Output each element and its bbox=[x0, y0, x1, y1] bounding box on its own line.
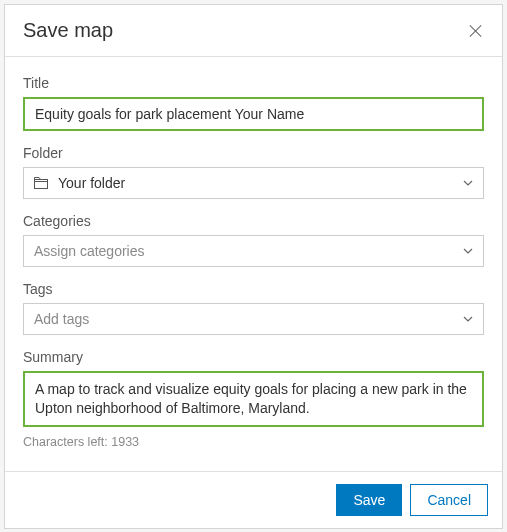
tags-placeholder: Add tags bbox=[34, 311, 463, 327]
tags-label: Tags bbox=[23, 281, 484, 297]
title-input-wrap bbox=[23, 97, 484, 131]
dialog-footer: Save Cancel bbox=[5, 471, 502, 528]
title-label: Title bbox=[23, 75, 484, 91]
dialog-title: Save map bbox=[23, 19, 113, 42]
chevron-down-icon bbox=[463, 248, 473, 254]
svg-rect-0 bbox=[35, 180, 48, 189]
categories-label: Categories bbox=[23, 213, 484, 229]
dialog-body: Title Folder Your folder Categories Assi… bbox=[5, 57, 502, 457]
categories-placeholder: Assign categories bbox=[34, 243, 463, 259]
dialog-header: Save map bbox=[5, 5, 502, 57]
tags-select[interactable]: Add tags bbox=[23, 303, 484, 335]
folder-value: Your folder bbox=[58, 175, 463, 191]
chevron-down-icon bbox=[463, 180, 473, 186]
close-icon[interactable] bbox=[468, 23, 484, 39]
chevron-down-icon bbox=[463, 316, 473, 322]
title-input[interactable] bbox=[23, 97, 484, 131]
folder-select[interactable]: Your folder bbox=[23, 167, 484, 199]
folder-label: Folder bbox=[23, 145, 484, 161]
summary-hint: Characters left: 1933 bbox=[23, 435, 484, 449]
summary-textarea[interactable] bbox=[23, 371, 484, 427]
summary-label: Summary bbox=[23, 349, 484, 365]
save-map-dialog: Save map Title Folder Your folder Catego… bbox=[4, 4, 503, 529]
folder-icon bbox=[34, 177, 48, 189]
save-button[interactable]: Save bbox=[336, 484, 402, 516]
categories-select[interactable]: Assign categories bbox=[23, 235, 484, 267]
cancel-button[interactable]: Cancel bbox=[410, 484, 488, 516]
